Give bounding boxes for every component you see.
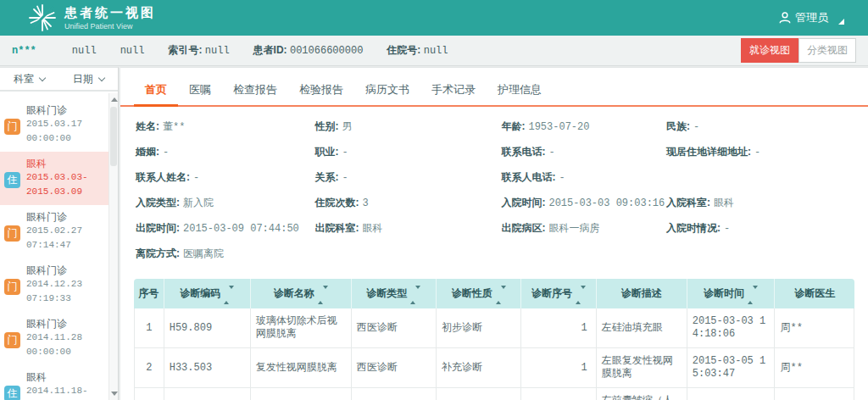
department-filter-dropdown[interactable]: 科室 bbox=[0, 68, 59, 90]
visit-item-body: 眼科门诊2015.03.17 00:00:00 bbox=[26, 104, 105, 146]
column-header-label: 诊断医生 bbox=[794, 287, 835, 299]
visit-view-button[interactable]: 就诊视图 bbox=[741, 38, 798, 63]
scroll-thumb[interactable] bbox=[110, 107, 117, 166]
table-cell: 2 bbox=[134, 348, 164, 388]
field-value: null bbox=[424, 45, 448, 57]
visit-date: 2015.03.17 00:00:00 bbox=[26, 117, 105, 146]
tab-2[interactable]: 医嘱 bbox=[178, 75, 222, 105]
info-field-label: 出院时间: bbox=[136, 222, 180, 234]
sort-down-arrow-icon bbox=[501, 286, 506, 301]
field-value: null bbox=[205, 45, 230, 57]
visit-item-body: 眼科2015.03.03-2015.03.09 bbox=[26, 158, 105, 199]
info-field-value: 2015-03-03 09:03:16 bbox=[548, 197, 665, 209]
patient-index-field: 索引号: null bbox=[168, 43, 229, 58]
sort-down-arrow-icon bbox=[753, 286, 758, 301]
table-cell: 玻璃体切除术后视网膜脱离 bbox=[251, 308, 352, 348]
tab-3[interactable]: 检查报告 bbox=[222, 75, 288, 105]
visit-title: 眼科门诊 bbox=[26, 211, 105, 224]
patient-name-masked: n*** bbox=[12, 45, 36, 57]
visit-list-item[interactable]: 门眼科门诊2014.11.28 00:00:00 bbox=[0, 312, 108, 365]
visit-list-item[interactable]: 门眼科门诊2015.03.17 00:00:00 bbox=[0, 98, 108, 152]
info-field: 出院科室:眼科 bbox=[315, 221, 502, 236]
sort-arrows-icon bbox=[748, 289, 758, 301]
info-field-value: - bbox=[693, 121, 699, 133]
info-field: 入院时情况:- bbox=[666, 221, 853, 236]
info-field-value: - bbox=[559, 172, 565, 184]
user-menu[interactable]: 管理员 bbox=[778, 10, 844, 25]
category-view-button[interactable]: 分类视图 bbox=[798, 38, 856, 63]
tab-5[interactable]: 病历文书 bbox=[354, 75, 420, 105]
tab-1[interactable]: 首页 bbox=[134, 75, 178, 107]
table-cell: 补充诊断 bbox=[437, 348, 521, 388]
sort-arrows-icon bbox=[496, 289, 506, 301]
info-field-label: 民族: bbox=[666, 120, 690, 132]
user-name: 管理员 bbox=[795, 10, 828, 25]
visit-date: 2014.12.23 07:19:33 bbox=[26, 277, 105, 306]
patient-extra-value: null bbox=[72, 45, 97, 57]
info-field: 现居住地详细地址:- bbox=[666, 145, 853, 159]
table-cell: 西医诊断 bbox=[352, 308, 437, 348]
visit-date: 2015.03.09 bbox=[26, 185, 105, 199]
visit-list-item[interactable]: 门眼科门诊2015.02.27 07:14:47 bbox=[0, 205, 108, 258]
column-header-sortable[interactable]: 诊断序号 bbox=[521, 279, 596, 308]
info-field: 民族:- bbox=[666, 119, 853, 134]
info-field-value: 眼科一病房 bbox=[548, 223, 599, 235]
visit-date: 2014.11.18- bbox=[26, 384, 105, 398]
sort-arrows-icon bbox=[224, 289, 234, 301]
visit-list-item[interactable]: 住眼科2015.03.03-2015.03.09 bbox=[0, 152, 108, 205]
diagnosis-table-body: 1H59.809玻璃体切除术后视网膜脱离西医诊断初步诊断1左硅油填充眼2015-… bbox=[134, 308, 854, 400]
table-cell: 2 bbox=[521, 388, 596, 400]
tab-7[interactable]: 护理信息 bbox=[487, 75, 553, 105]
table-row: 3Z96.101人工晶体植入状态西医诊断初步诊断2左前囊皱缩（人工晶体植入状态）… bbox=[134, 388, 854, 400]
outpatient-badge-icon: 门 bbox=[4, 332, 20, 348]
patient-info-section: 姓名:董**性别:男年龄:1953-07-20民族:-婚姻:-职业:-联系电话:… bbox=[120, 107, 868, 275]
table-cell: 初步诊断 bbox=[437, 308, 521, 348]
info-field-label: 离院方式: bbox=[136, 247, 180, 259]
sort-down-arrow-icon bbox=[581, 286, 586, 301]
sort-up-arrow-icon bbox=[318, 289, 323, 304]
table-cell: 周** bbox=[775, 348, 854, 388]
info-field-label: 住院次数: bbox=[315, 197, 359, 208]
column-header-label: 诊断序号 bbox=[531, 287, 572, 299]
sidebar-scrollbar[interactable] bbox=[108, 93, 118, 400]
visit-date: 2014.11.28 00:00:00 bbox=[26, 331, 105, 359]
visit-list-item[interactable]: 住眼科2014.11.18-2014.11.24 bbox=[0, 365, 108, 400]
scroll-up-arrow-icon[interactable] bbox=[111, 97, 118, 102]
info-field: 联系人姓名:- bbox=[136, 170, 315, 185]
field-label: 索引号: bbox=[168, 44, 202, 56]
column-header-sortable[interactable]: 诊断类型 bbox=[352, 279, 437, 308]
visit-list-item[interactable]: 门眼科门诊2014.12.23 07:19:33 bbox=[0, 258, 108, 312]
info-field: 入院科室:眼科 bbox=[666, 196, 853, 210]
tab-4[interactable]: 检验报告 bbox=[288, 75, 354, 105]
info-field-value: - bbox=[724, 223, 730, 235]
column-header-label: 诊断时间 bbox=[704, 287, 744, 299]
tab-6[interactable]: 手术记录 bbox=[420, 75, 487, 105]
column-header-sortable[interactable]: 诊断名称 bbox=[251, 279, 352, 308]
dropdown-triangle-icon bbox=[838, 19, 844, 25]
info-row: 出院时间:2015-03-09 07:44:50出院科室:眼科出院病区:眼科一病… bbox=[136, 221, 853, 236]
table-cell: 左眼复发性视网膜脱离 bbox=[597, 348, 687, 388]
field-label: 住院号: bbox=[387, 44, 420, 56]
info-field-label: 入院类型: bbox=[136, 197, 180, 208]
app-logo-starburst-icon bbox=[27, 3, 58, 33]
column-header-static: 诊断医生 bbox=[775, 279, 854, 308]
table-cell: Z96.101 bbox=[164, 388, 251, 400]
info-field-label: 性别: bbox=[315, 120, 339, 132]
visit-item-body: 眼科门诊2015.02.27 07:14:47 bbox=[26, 211, 105, 253]
column-header-sortable[interactable]: 诊断时间 bbox=[687, 279, 776, 308]
app-title: 患者统一视图 bbox=[64, 5, 156, 21]
info-field-label: 入院时情况: bbox=[666, 222, 721, 234]
date-filter-dropdown[interactable]: 日期 bbox=[59, 68, 119, 90]
outpatient-badge-icon: 门 bbox=[4, 119, 20, 135]
column-header-sortable[interactable]: 诊断性质 bbox=[437, 279, 521, 308]
view-switch: 就诊视图 分类视图 bbox=[741, 38, 856, 63]
column-header-sortable[interactable]: 诊断编码 bbox=[164, 279, 251, 308]
sort-up-arrow-icon bbox=[496, 289, 501, 304]
inpatient-badge-icon: 住 bbox=[4, 172, 20, 188]
patient-bar: n*** null null 索引号: null 患者ID: 001066600… bbox=[0, 36, 868, 66]
table-cell: 1 bbox=[521, 308, 596, 348]
scroll-down-arrow-icon[interactable] bbox=[111, 392, 118, 396]
inpatient-badge-icon: 住 bbox=[4, 386, 20, 400]
visit-title: 眼科门诊 bbox=[26, 264, 105, 277]
table-cell: 3 bbox=[134, 388, 164, 400]
